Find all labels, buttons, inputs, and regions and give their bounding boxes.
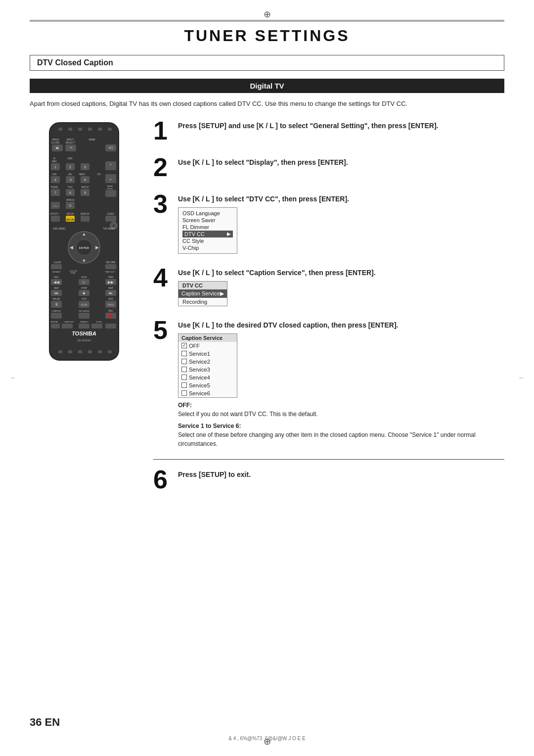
svg-text:REV: REV: [54, 276, 58, 279]
caption-service6-label: Service6: [189, 390, 210, 396]
step-2: 2 Use [K / L ] to select "Display", then…: [153, 154, 504, 180]
svg-text:PROG: PROG: [107, 188, 113, 190]
side-mark-left: [11, 378, 15, 378]
svg-text:CH: CH: [97, 173, 101, 176]
svg-text:DISC MENU: DISC MENU: [53, 228, 65, 230]
caption-service5-label: Service5: [189, 382, 210, 388]
svg-rect-136: [108, 350, 112, 353]
svg-text:REC.MODE: REC.MODE: [79, 310, 89, 312]
caption-service3-label: Service3: [189, 367, 210, 373]
svg-text:SELECT: SELECT: [65, 141, 75, 144]
svg-text:ENTER: ENTER: [79, 246, 89, 249]
step-4-dtv-cc-box: DTV CC Caption Service▶ Recording: [178, 281, 227, 306]
svg-text:⌃: ⌃: [109, 163, 113, 168]
svg-text:⏏: ⏏: [55, 145, 59, 150]
svg-text:TIMER SET: TIMER SET: [64, 321, 75, 323]
svg-text:CLEAR: CLEAR: [53, 261, 61, 264]
svg-rect-134: [88, 350, 92, 353]
step-1-text: Press [SETUP] and use [K / L ] to select…: [178, 121, 504, 131]
remote-svg: OPEN CLOSE INPUT SELECT HDMI ⏏ ⇒ I/O 8/ …: [35, 118, 134, 375]
svg-text:PQRS: PQRS: [51, 186, 58, 189]
menu-item-screensaver: Screen Saver: [182, 217, 233, 224]
svg-text:TOP MENU: TOP MENU: [103, 228, 115, 230]
svg-rect-127: [91, 324, 102, 329]
step-1: 1 Press [SETUP] and use [K / L ] to sele…: [153, 118, 504, 143]
svg-text:SKIP: SKIP: [54, 287, 59, 289]
caption-notes: OFF: Select if you do not want DTV CC. T…: [178, 401, 504, 448]
step-4-content: Use [K / L ] to select "Caption Service"…: [178, 265, 504, 306]
svg-text:◀◀: ◀◀: [53, 280, 60, 284]
svg-text:PLAY: PLAY: [81, 276, 87, 279]
step-3-menu: OSD Language Screen Saver FL Dimmer DTV …: [178, 207, 237, 254]
step-4-text: Use [K / L ] to select "Caption Service"…: [178, 268, 504, 278]
svg-text:ABC: ABC: [52, 160, 57, 163]
svg-text:9: 9: [84, 190, 87, 195]
svg-text:⇒: ⇒: [69, 145, 73, 150]
svg-rect-128: [105, 324, 116, 329]
caption-service2-label: Service2: [189, 359, 210, 365]
page-container: ⊕ TUNER SETTINGS DTV Closed Caption Digi…: [0, 0, 534, 756]
step-5: 5 Use [K / L ] to the desired DTV closed…: [153, 317, 504, 448]
svg-text:DEF: DEF: [68, 157, 73, 160]
digital-tv-header: Digital TV: [30, 79, 504, 93]
menu-item-osd: OSD Language: [182, 210, 233, 217]
svg-rect-131: [58, 350, 62, 353]
svg-text:⏮: ⏮: [54, 291, 58, 295]
step-6-content: Press [SETUP] to exit.: [178, 467, 504, 483]
svg-text:PAUSE: PAUSE: [53, 298, 60, 300]
svg-text:STOP: STOP: [81, 287, 87, 289]
svg-point-68: [113, 225, 115, 227]
menu-item-fldimmer: FL Dimmer: [182, 224, 233, 231]
main-content: OPEN CLOSE INPUT SELECT HDMI ⏏ ⇒ I/O 8/ …: [30, 118, 504, 503]
svg-text:4: 4: [54, 178, 57, 182]
svg-text:DISPLAY: DISPLAY: [81, 213, 90, 215]
steps-area: 1 Press [SETUP] and use [K / L ] to sele…: [153, 118, 504, 503]
caption-service1-label: Service1: [189, 351, 210, 357]
footer: & 4 , 6%@%73 ,6@&/@W J O E E: [0, 736, 534, 741]
checkbox-service6: [181, 390, 187, 396]
svg-text:◦5: ◦5: [69, 178, 72, 182]
svg-rect-126: [79, 324, 89, 329]
svg-text:■: ■: [83, 291, 86, 295]
step-5-number: 5: [153, 317, 171, 343]
svg-text:DUBBING: DUBBING: [52, 310, 61, 312]
remote-area: OPEN CLOSE INPUT SELECT HDMI ⏏ ⇒ I/O 8/ …: [30, 118, 138, 375]
caption-service-title: Caption Service: [178, 334, 237, 342]
svg-text:—: —: [53, 203, 57, 208]
caption-service3: Service3: [178, 366, 237, 374]
step-1-number: 1: [153, 118, 171, 143]
svg-text:CLOSE: CLOSE: [51, 141, 60, 144]
dtv-cc-recording: Recording: [178, 298, 227, 306]
svg-text:DVD: DVD: [108, 298, 113, 300]
step-3-text: Use [K / L ] to select "DTV CC", then pr…: [178, 194, 504, 204]
checkbox-service5: [181, 382, 187, 388]
svg-text:6: 6: [84, 178, 87, 182]
svg-text:1: 1: [54, 165, 57, 169]
svg-text:MNO: MNO: [79, 173, 85, 176]
svg-text:⌄: ⌄: [109, 176, 113, 181]
svg-text:VCR: VCR: [82, 298, 87, 300]
svg-text:DTV/TV: DTV/TV: [50, 213, 58, 215]
svg-rect-6: [108, 128, 112, 131]
caption-service4-label: Service4: [189, 375, 210, 380]
svg-text:SE-R0294: SE-R0294: [77, 339, 91, 342]
checkbox-service1: [181, 351, 187, 356]
top-center-mark: ⊕: [264, 9, 271, 20]
caption-service2: Service2: [178, 358, 237, 366]
step-3: 3 Use [K / L ] to select "DTV CC", then …: [153, 191, 504, 254]
svg-text:SKIP: SKIP: [108, 287, 113, 289]
caption-service6: Service6: [178, 389, 237, 397]
svg-text:GHI: GHI: [52, 173, 57, 176]
svg-rect-116: [51, 313, 62, 319]
caption-service5: Service5: [178, 381, 237, 389]
footer-text: & 4 , 6%@%73 ,6@&/@W J O E E: [228, 736, 306, 741]
caption-service1: Service1: [178, 350, 237, 358]
svg-rect-5: [98, 128, 102, 131]
svg-text:REC: REC: [108, 310, 113, 312]
menu-item-ccstyle: CC Style: [182, 237, 233, 244]
svg-text:SETUP: SETUP: [66, 218, 75, 221]
caption-service-box: Caption Service OFF Service1 Service2: [178, 333, 237, 398]
page-number: 36 EN: [30, 716, 60, 729]
svg-text:▶▶: ▶▶: [108, 280, 114, 284]
svg-text:TUV: TUV: [68, 186, 73, 189]
